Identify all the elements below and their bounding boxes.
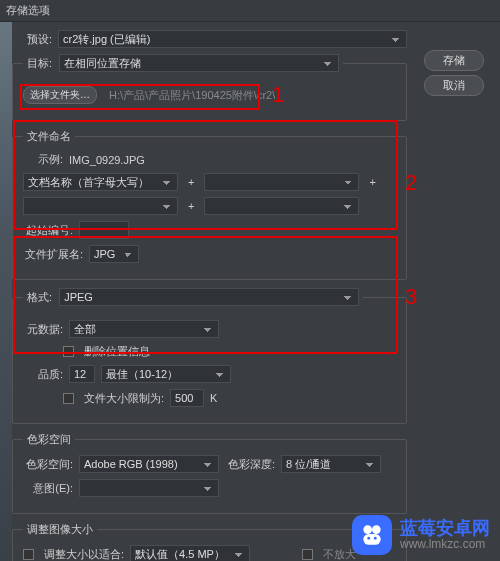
intent-select[interactable] <box>79 479 219 497</box>
save-button[interactable]: 存储 <box>424 50 484 71</box>
annotation-num-2: 2 <box>405 170 417 196</box>
svg-point-1 <box>372 525 381 534</box>
watermark-title: 蓝莓安卓网 <box>400 519 490 537</box>
resize-fit-label: 调整大小以适合: <box>44 547 124 562</box>
window-title: 存储选项 <box>0 0 500 22</box>
limit-size-input[interactable] <box>170 389 204 407</box>
plus-icon: + <box>184 200 198 212</box>
intent-label: 意图(E): <box>23 481 73 496</box>
svg-point-4 <box>374 537 377 540</box>
start-num-input[interactable] <box>79 221 129 239</box>
choose-folder-button[interactable]: 选择文件夹… <box>23 86 97 104</box>
name-template-b[interactable] <box>204 173 359 191</box>
preset-label: 预设: <box>12 32 52 47</box>
format-group: 格式: JPEG 元数据: 全部 删除位置信息 品质: 最佳（10-12） 文件… <box>12 288 407 424</box>
target-mode-select[interactable]: 在相同位置存储 <box>59 54 339 72</box>
format-select[interactable]: JPEG <box>59 288 359 306</box>
naming-group: 文件命名 示例: IMG_0929.JPG 文档名称（首字母大写） + + + … <box>12 129 407 280</box>
cancel-button[interactable]: 取消 <box>424 75 484 96</box>
svg-point-0 <box>363 525 372 534</box>
target-path: H:\产品\产品照片\190425附件\cr2\ <box>103 88 396 103</box>
watermark-icon <box>352 515 392 555</box>
meta-label: 元数据: <box>23 322 63 337</box>
space-label: 色彩空间: <box>23 457 73 472</box>
meta-select[interactable]: 全部 <box>69 320 219 338</box>
quality-input[interactable] <box>69 365 95 383</box>
resize-legend: 调整图像大小 <box>23 522 97 537</box>
preset-select[interactable]: cr2转.jpg (已编辑) <box>58 30 407 48</box>
svg-rect-2 <box>363 534 380 545</box>
strip-location-label: 删除位置信息 <box>84 344 150 359</box>
watermark: 蓝莓安卓网 www.lmkzc.com <box>352 515 490 555</box>
limit-size-label: 文件大小限制为: <box>84 391 164 406</box>
watermark-url: www.lmkzc.com <box>400 537 490 551</box>
depth-label: 色彩深度: <box>225 457 275 472</box>
target-group: 目标: 在相同位置存储 选择文件夹… H:\产品\产品照片\190425附件\c… <box>12 54 407 121</box>
target-legend: 目标: <box>27 57 52 69</box>
limit-unit: K <box>210 392 217 404</box>
resize-fit-checkbox[interactable] <box>23 549 34 560</box>
annotation-num-3: 3 <box>405 284 417 310</box>
colorspace-legend: 色彩空间 <box>23 432 75 447</box>
format-legend: 格式: <box>27 291 52 303</box>
no-enlarge-checkbox[interactable] <box>302 549 313 560</box>
plus-icon: + <box>365 176 379 188</box>
ext-label: 文件扩展名: <box>23 247 83 262</box>
quality-label: 品质: <box>23 367 63 382</box>
name-template-c[interactable] <box>23 197 178 215</box>
svg-point-3 <box>367 537 370 540</box>
space-select[interactable]: Adobe RGB (1998) <box>79 455 219 473</box>
name-template-a[interactable]: 文档名称（首字母大写） <box>23 173 178 191</box>
name-template-d[interactable] <box>204 197 359 215</box>
plus-icon: + <box>184 176 198 188</box>
resize-fit-select[interactable]: 默认值（4.5 MP） <box>130 545 250 561</box>
colorspace-group: 色彩空间 色彩空间: Adobe RGB (1998) 色彩深度: 8 位/通道… <box>12 432 407 514</box>
limit-size-checkbox[interactable] <box>63 393 74 404</box>
example-value: IMG_0929.JPG <box>69 154 145 166</box>
depth-select[interactable]: 8 位/通道 <box>281 455 381 473</box>
resize-group: 调整图像大小 调整大小以适合: 默认值（4.5 MP） 不放大 W: H: 像素… <box>12 522 407 561</box>
quality-preset-select[interactable]: 最佳（10-12） <box>101 365 231 383</box>
start-num-label: 起始编号: <box>23 223 73 238</box>
naming-legend: 文件命名 <box>23 129 75 144</box>
strip-location-checkbox[interactable] <box>63 346 74 357</box>
ext-select[interactable]: JPG <box>89 245 139 263</box>
annotation-num-1: 1 <box>272 82 284 108</box>
example-label: 示例: <box>23 152 63 167</box>
